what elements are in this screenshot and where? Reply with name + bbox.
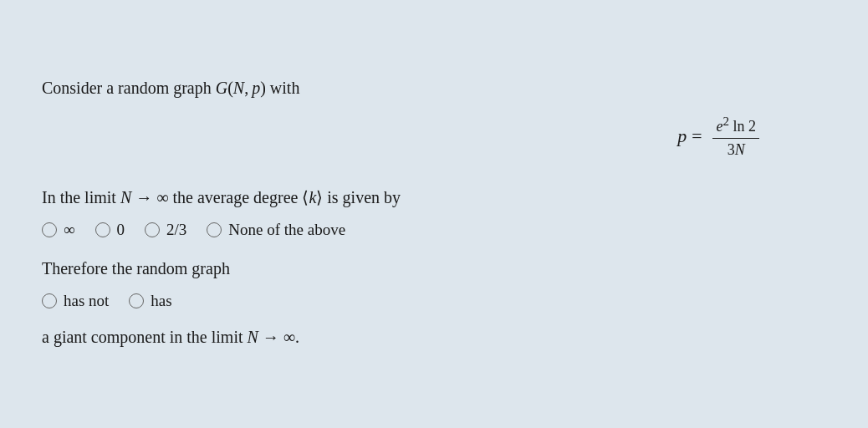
radio-two-thirds[interactable] <box>145 222 160 237</box>
radio-none-above[interactable] <box>207 222 222 237</box>
option-infinity[interactable]: ∞ <box>42 221 75 239</box>
main-container: Consider a random graph G(N, p) with p =… <box>33 62 835 367</box>
radio-has-not[interactable] <box>42 293 57 308</box>
option-zero[interactable]: 0 <box>95 221 125 239</box>
option-has[interactable]: has <box>129 292 171 310</box>
option-infinity-label: ∞ <box>64 221 75 239</box>
option-none-above[interactable]: None of the above <box>207 221 345 239</box>
option-has-not[interactable]: has not <box>42 292 109 310</box>
radio-infinity[interactable] <box>42 222 57 237</box>
option-zero-label: 0 <box>117 221 125 239</box>
question1-text: In the limit N → ∞ the average degree ⟨k… <box>42 184 826 211</box>
numerator: e2 ln 2 <box>712 115 759 139</box>
formula-lhs: p = <box>677 125 702 147</box>
question2-options: has not has <box>42 292 826 310</box>
title-text: Consider a random graph G(N, p) with <box>42 79 826 98</box>
therefore-text: Therefore the random graph <box>42 259 826 278</box>
option-none-above-label: None of the above <box>228 221 345 239</box>
final-line: a giant component in the limit N → ∞. <box>42 324 826 350</box>
option-two-thirds[interactable]: 2/3 <box>145 221 186 239</box>
fraction: e2 ln 2 3N <box>712 115 759 159</box>
radio-has[interactable] <box>129 293 144 308</box>
formula-block: p = e2 ln 2 3N <box>42 115 826 159</box>
option-has-label: has <box>151 292 171 310</box>
option-two-thirds-label: 2/3 <box>166 221 186 239</box>
option-has-not-label: has not <box>64 292 109 310</box>
radio-zero[interactable] <box>95 222 110 237</box>
question1-options: ∞ 0 2/3 None of the above <box>42 221 826 239</box>
denominator: 3N <box>724 139 748 159</box>
